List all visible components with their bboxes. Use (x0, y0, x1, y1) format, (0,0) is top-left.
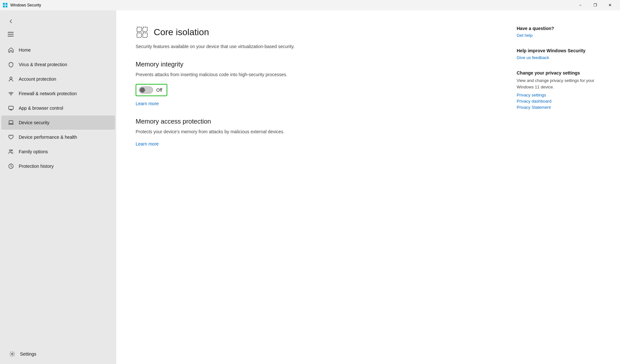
sidebar-item-family[interactable]: Family options (1, 145, 115, 159)
question-heading: Have a question? (517, 26, 607, 31)
nav-list: Home Virus & threat protection (0, 43, 116, 344)
sidebar-item-virus[interactable]: Virus & threat protection (1, 57, 115, 72)
svg-rect-13 (143, 27, 147, 32)
svg-rect-1 (5, 3, 7, 5)
privacy-statement-link[interactable]: Privacy Statement (517, 105, 607, 110)
title-bar-controls: − ❐ ✕ (573, 0, 617, 10)
sidebar-item-history[interactable]: Protection history (1, 159, 115, 173)
people-icon (8, 148, 14, 155)
minimize-button[interactable]: − (573, 0, 588, 10)
title-bar-left: Windows Security (3, 3, 41, 8)
restore-button[interactable]: ❐ (588, 0, 603, 10)
sidebar-item-devicesecurity[interactable]: Device security (1, 116, 115, 130)
app-container: Home Virus & threat protection (0, 10, 620, 364)
sidebar-label-virus: Virus & threat protection (19, 62, 67, 67)
svg-rect-12 (137, 27, 141, 32)
svg-rect-6 (9, 106, 13, 109)
toggle-state-label: Off (156, 87, 162, 93)
feedback-link[interactable]: Give us feedback (517, 55, 607, 60)
page-title: Core isolation (154, 27, 209, 37)
svg-rect-3 (5, 5, 7, 7)
sidebar-item-account[interactable]: Account protection (1, 72, 115, 86)
title-bar: Windows Security − ❐ ✕ (0, 0, 620, 10)
toggle-thumb (140, 87, 145, 93)
svg-point-5 (11, 95, 11, 96)
memory-access-learn-more[interactable]: Learn more (136, 141, 159, 147)
right-section-question: Have a question? Get help (517, 26, 607, 38)
heart-icon (8, 134, 14, 140)
improve-heading: Help improve Windows Security (517, 48, 607, 53)
sidebar-item-home[interactable]: Home (1, 43, 115, 57)
svg-rect-7 (9, 121, 13, 124)
svg-point-9 (11, 150, 13, 151)
person-icon (8, 76, 14, 82)
back-button[interactable] (5, 15, 17, 27)
sidebar-label-firewall: Firewall & network protection (19, 91, 77, 96)
sidebar-label-appbrowser: App & browser control (19, 106, 63, 111)
sidebar-label-devicehealth: Device performance & health (19, 135, 77, 140)
sidebar-label-settings: Settings (20, 351, 36, 357)
right-section-improve: Help improve Windows Security Give us fe… (517, 48, 607, 60)
memory-access-desc: Protects your device's memory from attac… (136, 128, 355, 135)
memory-access-title: Memory access protection (136, 118, 491, 125)
sidebar-label-family: Family options (19, 149, 48, 154)
svg-rect-14 (137, 33, 141, 37)
privacy-heading: Change your privacy settings (517, 70, 607, 76)
clock-icon (8, 163, 14, 169)
wifi-icon (8, 90, 14, 97)
svg-point-11 (12, 353, 13, 355)
right-panel: Have a question? Get help Help improve W… (510, 10, 620, 364)
get-help-link[interactable]: Get help (517, 33, 607, 38)
sidebar-item-appbrowser[interactable]: App & browser control (1, 101, 115, 115)
sidebar-item-firewall[interactable]: Firewall & network protection (1, 86, 115, 101)
page-subtitle: Security features available on your devi… (136, 44, 355, 49)
toggle-track (139, 86, 153, 94)
laptop-icon (8, 119, 14, 126)
app-icon (3, 3, 8, 8)
memory-integrity-desc: Prevents attacks from inserting maliciou… (136, 71, 355, 78)
core-isolation-icon (136, 26, 149, 39)
sidebar-label-account: Account protection (19, 76, 56, 82)
sidebar-label-history: Protection history (19, 164, 54, 169)
memory-integrity-title: Memory integrity (136, 61, 491, 68)
sidebar-item-devicehealth[interactable]: Device performance & health (1, 130, 115, 144)
svg-rect-15 (143, 33, 147, 37)
close-button[interactable]: ✕ (603, 0, 617, 10)
shield-icon (8, 61, 14, 68)
hamburger-button[interactable] (5, 28, 17, 40)
memory-integrity-learn-more[interactable]: Learn more (136, 101, 159, 106)
sidebar-label-devicesecurity: Device security (19, 120, 49, 125)
sidebar-bottom: Settings (0, 344, 116, 364)
main-content: Core isolation Security features availab… (116, 10, 510, 364)
sidebar-top (0, 13, 116, 43)
app-title: Windows Security (10, 3, 41, 7)
privacy-text: View and change privacy settings for you… (517, 77, 607, 90)
page-header: Core isolation (136, 26, 491, 39)
sidebar-item-settings[interactable]: Settings (3, 347, 114, 361)
sidebar: Home Virus & threat protection (0, 10, 116, 364)
privacy-dashboard-link[interactable]: Privacy dashboard (517, 99, 607, 104)
settings-icon (9, 351, 16, 357)
svg-point-8 (9, 150, 11, 151)
svg-rect-0 (3, 3, 5, 5)
memory-integrity-toggle[interactable] (139, 86, 153, 94)
svg-rect-2 (3, 5, 5, 7)
svg-point-4 (10, 77, 12, 79)
home-icon (8, 47, 14, 53)
memory-integrity-toggle-container[interactable]: Off (136, 84, 167, 96)
privacy-settings-link[interactable]: Privacy settings (517, 93, 607, 97)
right-section-privacy: Change your privacy settings View and ch… (517, 70, 607, 110)
sidebar-label-home: Home (19, 47, 31, 53)
monitor-icon (8, 105, 14, 111)
